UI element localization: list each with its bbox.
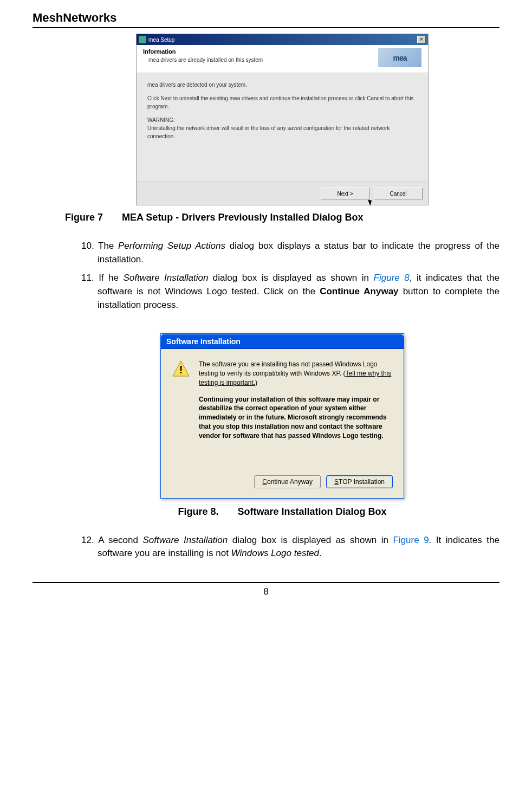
- next-button[interactable]: Next >: [321, 188, 369, 199]
- step11-bold: Continue Anyway: [320, 286, 398, 296]
- dialog1-title-left: mea Setup: [139, 36, 174, 43]
- app-icon: [139, 36, 146, 43]
- dialog2-para2: Continuing your installation of this sof…: [199, 395, 393, 441]
- mea-logo: mea: [378, 48, 421, 67]
- d2-p1-post: ): [255, 379, 257, 386]
- figure8-caption: Figure 8. Software Installation Dialog B…: [65, 506, 499, 518]
- figure8-label: Figure 8.: [178, 506, 218, 517]
- page-header: MeshNetworks: [33, 11, 499, 28]
- figure8-text: Software Installation Dialog Box: [237, 506, 386, 517]
- step12-mid1: dialog box is displayed as shown in: [228, 535, 393, 545]
- page-footer: 8: [33, 582, 499, 597]
- svg-text:!: !: [179, 364, 183, 376]
- dialog1-titlebar: mea Setup ×: [137, 34, 428, 45]
- step10-pre: The: [98, 241, 118, 251]
- warning-label: WARNING:: [147, 117, 175, 123]
- close-icon[interactable]: ×: [417, 36, 426, 43]
- page-number: 8: [263, 586, 268, 597]
- step12-italic1: Software Installation: [142, 535, 228, 545]
- figure7-text: MEA Setup - Drivers Previously Installed…: [122, 212, 363, 223]
- figure7-caption: Figure 7 MEA Setup - Drivers Previously …: [65, 212, 499, 223]
- step-11: 11. If he Software Installation dialog b…: [98, 272, 499, 312]
- step12-italic2: Windows Logo tested: [231, 548, 319, 558]
- stop-rest: TOP Installation: [339, 478, 385, 486]
- body-warning: WARNING: Uninstalling the network driver…: [147, 116, 417, 140]
- dialog1-body: mea drivers are detected on your system.…: [137, 73, 428, 182]
- dialog2-wrapper: Software Installation ! The software you…: [65, 333, 499, 498]
- step-12: 12. A second Software Installation dialo…: [98, 534, 499, 560]
- step11-mid1: dialog box is displayed as shown in: [208, 273, 373, 283]
- dialog2-text: The software you are installing has not …: [199, 360, 393, 448]
- step10-num: 10.: [81, 241, 98, 251]
- content-area: mea Setup × Information mea drivers are …: [33, 34, 499, 560]
- body-line1: mea drivers are detected on your system.: [147, 81, 417, 89]
- dialog1-info-left: Information mea drivers are already inst…: [143, 48, 378, 63]
- body-line2: Click Next to uninstall the existing mea…: [147, 94, 417, 111]
- step10-italic: Performing Setup Actions: [118, 241, 225, 251]
- figure8-link[interactable]: Figure 8: [374, 273, 410, 283]
- step-10: 10. The Performing Setup Actions dialog …: [98, 240, 499, 266]
- continue-accel: C: [262, 478, 267, 486]
- stop-installation-button[interactable]: STOP Installation: [326, 475, 393, 488]
- dialog1-title: mea Setup: [148, 37, 174, 43]
- step12-post: .: [319, 548, 322, 558]
- continue-rest: ontinue Anyway: [267, 478, 313, 486]
- dialog2-body: ! The software you are installing has no…: [161, 349, 404, 498]
- mea-setup-dialog: mea Setup × Information mea drivers are …: [136, 34, 429, 205]
- dialog2-titlebar: Software Installation: [161, 334, 404, 349]
- info-heading: Information: [143, 48, 378, 55]
- dialog2-para1: The software you are installing has not …: [199, 360, 393, 387]
- continue-anyway-button[interactable]: Continue Anyway: [254, 475, 321, 488]
- dialog1-footer: Next > Cancel: [137, 182, 428, 205]
- dialog1-wrapper: mea Setup × Information mea drivers are …: [65, 34, 499, 205]
- software-installation-dialog: Software Installation ! The software you…: [160, 333, 404, 498]
- figure9-link[interactable]: Figure 9: [393, 535, 429, 545]
- step12-num: 12.: [81, 535, 98, 545]
- step11-italic1: Software Installation: [124, 273, 209, 283]
- info-text: mea drivers are already installed on thi…: [148, 57, 378, 63]
- figure7-label: Figure 7: [65, 212, 103, 223]
- dialog2-footer: Continue Anyway STOP Installation: [172, 475, 393, 488]
- warning-text: Uninstalling the network driver will res…: [147, 125, 390, 139]
- step11-pre: If he: [99, 273, 123, 283]
- warning-icon: !: [172, 360, 190, 378]
- cancel-button[interactable]: Cancel: [374, 188, 423, 199]
- stop-accel: S: [334, 478, 339, 486]
- step12-pre: A second: [98, 535, 142, 545]
- dialog1-info-bar: Information mea drivers are already inst…: [137, 45, 428, 73]
- step11-num: 11.: [81, 273, 99, 283]
- dialog2-content: ! The software you are installing has no…: [172, 360, 393, 448]
